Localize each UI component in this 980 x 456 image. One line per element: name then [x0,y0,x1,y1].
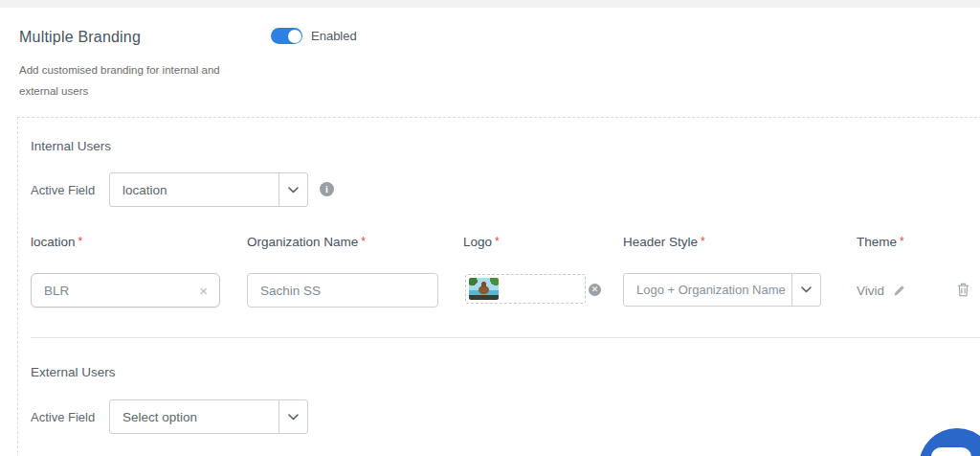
external-users-heading: External Users [31,365,116,379]
logo-upload-box[interactable] [465,274,586,304]
section-divider [31,337,980,338]
column-label-logo: Logo* [463,235,500,249]
required-marker: * [900,235,904,248]
edit-theme-icon[interactable] [893,285,905,297]
page-title: Multiple Branding [19,29,141,46]
branding-toggle[interactable] [271,28,302,44]
column-label-header-style: Header Style* [623,235,705,249]
toggle-knob-icon [288,30,301,43]
theme-value: Vivid [857,284,884,298]
column-label-theme: Theme* [857,235,904,249]
multiple-branding-page: Multiple Branding Enabled Add customised… [0,0,980,456]
chevron-down-icon [278,400,307,433]
column-label-organization-name: Organization Name* [247,235,366,249]
remove-logo-icon[interactable]: ✕ [589,284,601,296]
delete-row-icon[interactable] [957,283,969,297]
required-marker: * [495,235,500,248]
chevron-down-icon [791,274,820,306]
internal-users-heading: Internal Users [31,139,111,153]
required-marker: * [701,235,705,248]
internal-active-field-value: location [110,173,278,206]
location-input[interactable]: BLR × [31,273,220,308]
external-active-field-label: Active Field [31,410,95,424]
external-active-field-placeholder: Select option [110,400,278,433]
clear-icon[interactable]: × [199,284,208,298]
chat-bubble-icon [931,447,971,456]
column-label-location: location* [31,235,82,249]
header-style-select[interactable]: Logo + Organization Name [623,273,821,307]
external-active-field-select[interactable]: Select option [109,399,308,434]
toggle-state-label: Enabled [311,29,357,43]
internal-active-field-label: Active Field [31,183,95,197]
chevron-down-icon [278,173,307,206]
organization-name-value: Sachin SS [260,284,321,298]
header-style-value: Logo + Organization Name [624,274,791,306]
organization-name-input[interactable]: Sachin SS [247,273,438,308]
page-description: Add customised branding for internal and… [19,59,247,102]
theme-cell: Vivid [857,273,905,308]
info-icon[interactable]: i [320,182,334,196]
top-strip [0,0,980,8]
internal-active-field-select[interactable]: location [109,172,308,207]
required-marker: * [78,235,83,248]
required-marker: * [361,235,366,248]
location-value: BLR [44,284,69,298]
logo-thumbnail-image [469,278,499,300]
